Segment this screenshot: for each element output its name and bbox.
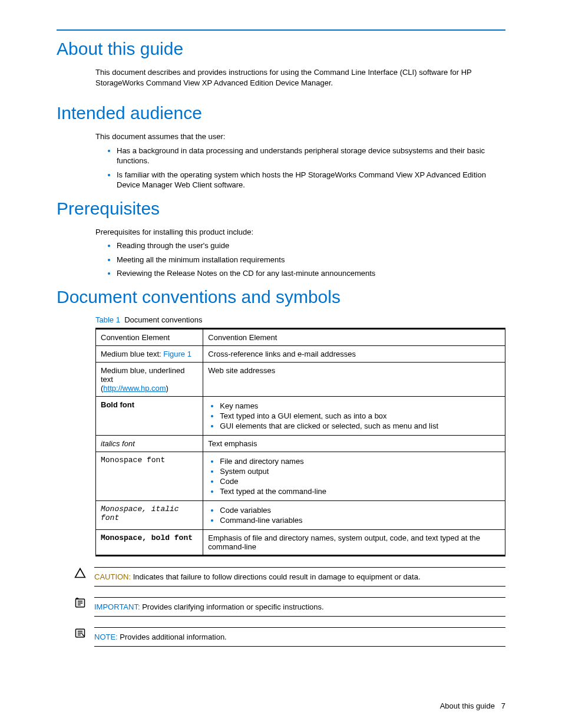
cell-text: Medium blue text: bbox=[101, 350, 163, 358]
audience-body: This document assumes that the user: Has… bbox=[95, 131, 505, 190]
list-item: Meeting all the minimum installation req… bbox=[117, 255, 505, 265]
table-row: Bold font Key names Text typed into a GU… bbox=[96, 397, 505, 436]
caution-text: Indicates that failure to follow directi… bbox=[131, 572, 420, 581]
note-text: Provides additional information. bbox=[118, 633, 227, 641]
footer-text: About this guide bbox=[440, 701, 495, 710]
about-para: This document describes and provides ins… bbox=[95, 67, 505, 88]
table-header: Convention Element bbox=[96, 329, 203, 346]
table-row: Medium blue, underlined text (http://www… bbox=[96, 363, 505, 397]
note-icon bbox=[74, 627, 94, 641]
important-block: IMPORTANT: Provides clarifying informati… bbox=[74, 597, 505, 617]
list-item: Reading through the user's guide bbox=[117, 241, 505, 251]
table-caption: Table 1 Document conventions bbox=[95, 315, 505, 324]
caution-label: CAUTION: bbox=[94, 572, 131, 581]
paren-close: ) bbox=[166, 384, 168, 393]
table-cell: Code variables Command-line variables bbox=[203, 501, 505, 530]
heading-prereq: Prerequisites bbox=[57, 199, 505, 219]
list-item: Reviewing the Release Notes on the CD fo… bbox=[117, 268, 505, 279]
list-item: Has a background in data processing and … bbox=[117, 146, 505, 166]
table-cell: Emphasis of file and directory names, sy… bbox=[203, 530, 505, 556]
admonitions: CAUTION: Indicates that failure to follo… bbox=[74, 567, 505, 647]
cell-list: Key names Text typed into a GUI element,… bbox=[208, 401, 500, 430]
list-item: System output bbox=[220, 467, 500, 476]
table-cell: Medium blue, underlined text (http://www… bbox=[96, 363, 203, 397]
prereq-intro: Prerequisites for installing this produc… bbox=[95, 227, 505, 238]
list-item: Code bbox=[220, 477, 500, 486]
list-item: Code variables bbox=[220, 506, 500, 515]
table-cell: Monospace font bbox=[96, 452, 203, 501]
important-label: IMPORTANT: bbox=[94, 602, 140, 611]
list-item: File and directory names bbox=[220, 457, 500, 466]
prereq-list: Reading through the user's guide Meeting… bbox=[95, 241, 505, 279]
table-header: Convention Element bbox=[203, 329, 505, 346]
table-row: Convention Element Convention Element bbox=[96, 329, 505, 346]
page-footer: About this guide 7 bbox=[440, 701, 505, 710]
table-title: Document conventions bbox=[124, 315, 202, 324]
list-item: Text typed at the command-line bbox=[220, 487, 500, 496]
list-item: GUI elements that are clicked or selecte… bbox=[220, 421, 500, 430]
table-cell: Cross-reference links and e-mail address… bbox=[203, 346, 505, 363]
table-label: Table 1 bbox=[95, 315, 120, 324]
about-body: This document describes and provides ins… bbox=[95, 67, 505, 88]
note-body: NOTE: Provides additional information. bbox=[94, 627, 505, 647]
footer-page: 7 bbox=[501, 701, 505, 710]
cell-text: Medium blue, underlined text bbox=[101, 366, 184, 384]
list-item: Is familiar with the operating system wh… bbox=[117, 170, 505, 190]
list-item: Key names bbox=[220, 401, 500, 410]
heading-about: About this guide bbox=[57, 39, 505, 59]
list-item: Command-line variables bbox=[220, 516, 500, 525]
table-cell: File and directory names System output C… bbox=[203, 452, 505, 501]
table-row: Monospace font File and directory names … bbox=[96, 452, 505, 501]
top-rule bbox=[57, 29, 505, 31]
table-cell: Web site addresses bbox=[203, 363, 505, 397]
bold-text: Bold font bbox=[101, 400, 134, 409]
table-row: Medium blue text: Figure 1 Cross-referen… bbox=[96, 346, 505, 363]
audience-list: Has a background in data processing and … bbox=[95, 146, 505, 190]
table-cell: Text emphasis bbox=[203, 436, 505, 452]
important-icon bbox=[74, 597, 94, 611]
table-row: italics font Text emphasis bbox=[96, 436, 505, 452]
table-cell: Bold font bbox=[96, 397, 203, 436]
prereq-body: Prerequisites for installing this produc… bbox=[95, 227, 505, 279]
table-cell: Medium blue text: Figure 1 bbox=[96, 346, 203, 363]
table-cell: Key names Text typed into a GUI element,… bbox=[203, 397, 505, 436]
conventions-body: Table 1 Document conventions Convention … bbox=[95, 315, 505, 556]
caution-icon bbox=[74, 567, 94, 581]
table-cell: italics font bbox=[96, 436, 203, 452]
audience-intro: This document assumes that the user: bbox=[95, 131, 505, 142]
table-cell: Monospace, bold font bbox=[96, 530, 203, 556]
page: About this guide This document describes… bbox=[0, 0, 562, 728]
important-text: Provides clarifying information or speci… bbox=[140, 602, 324, 611]
note-label: NOTE: bbox=[94, 633, 118, 641]
figure-link[interactable]: Figure 1 bbox=[163, 350, 191, 358]
heading-audience: Intended audience bbox=[57, 103, 505, 123]
caution-body: CAUTION: Indicates that failure to follo… bbox=[94, 567, 505, 587]
heading-conventions: Document conventions and symbols bbox=[57, 287, 505, 307]
list-item: Text typed into a GUI element, such as i… bbox=[220, 411, 500, 420]
table-row: Monospace, italic font Code variables Co… bbox=[96, 501, 505, 530]
conventions-table: Convention Element Convention Element Me… bbox=[95, 328, 505, 556]
italic-text: italics font bbox=[101, 439, 135, 448]
url-link[interactable]: http://www.hp.com bbox=[103, 384, 166, 393]
caution-block: CAUTION: Indicates that failure to follo… bbox=[74, 567, 505, 587]
table-row: Monospace, bold font Emphasis of file an… bbox=[96, 530, 505, 556]
note-block: NOTE: Provides additional information. bbox=[74, 627, 505, 647]
table-cell: Monospace, italic font bbox=[96, 501, 203, 530]
cell-list: Code variables Command-line variables bbox=[208, 506, 500, 525]
important-body: IMPORTANT: Provides clarifying informati… bbox=[94, 597, 505, 617]
cell-list: File and directory names System output C… bbox=[208, 457, 500, 496]
